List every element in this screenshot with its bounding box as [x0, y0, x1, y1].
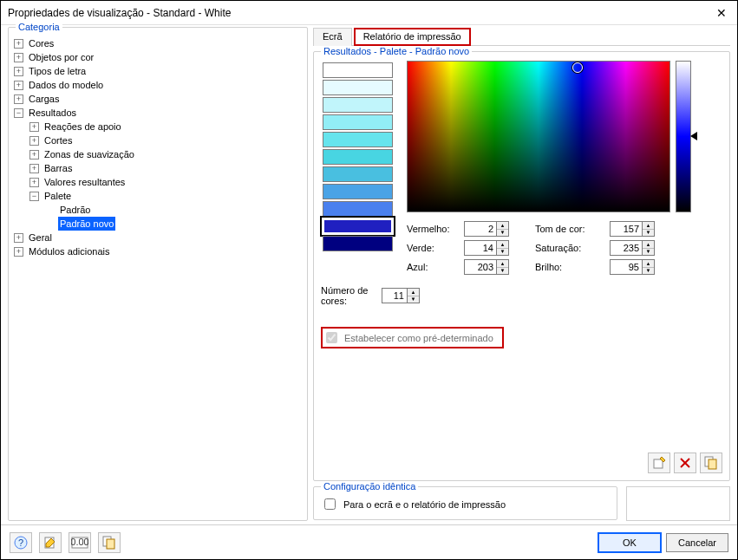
delete-palette-button[interactable]: [674, 453, 696, 473]
tree-item-zonas[interactable]: Zonas de suavização: [42, 147, 136, 161]
color-field[interactable]: [407, 61, 670, 212]
spin-down-icon[interactable]: ▼: [408, 296, 419, 303]
palette-group: Resultados - Palete - Padrão novo: [313, 51, 730, 481]
spin-down-icon[interactable]: ▼: [643, 249, 654, 256]
category-panel: Categoria +Cores +Objetos por cor +Tipos…: [8, 27, 308, 521]
palette-swatch[interactable]: [323, 97, 393, 113]
tab-relatorio[interactable]: Relatório de impressão: [354, 28, 471, 46]
palette-swatch[interactable]: [323, 114, 393, 130]
close-icon[interactable]: ✕: [713, 6, 730, 20]
tree-item-cortes[interactable]: Cortes: [42, 133, 74, 147]
input-val[interactable]: ▲▼: [610, 259, 655, 275]
units-button[interactable]: 0.00: [69, 532, 91, 553]
import-button[interactable]: [98, 532, 121, 553]
spin-up-icon[interactable]: ▲: [497, 260, 508, 268]
units-icon: 0.00: [71, 537, 88, 549]
tree-item-resultados[interactable]: Resultados: [27, 106, 78, 120]
label-sat: Saturação:: [535, 243, 604, 253]
expand-icon[interactable]: +: [29, 164, 39, 173]
palette-swatch[interactable]: [323, 132, 393, 147]
spin-down-icon[interactable]: ▼: [497, 249, 508, 256]
tree-item-modulos[interactable]: Módulos adicionais: [27, 244, 112, 258]
expand-icon[interactable]: +: [14, 53, 23, 62]
label-blue: Azul:: [407, 262, 459, 272]
copy-palette-button[interactable]: [700, 453, 722, 473]
svg-text:?: ?: [18, 537, 23, 548]
spin-down-icon[interactable]: ▼: [497, 268, 508, 275]
expand-icon[interactable]: +: [14, 233, 23, 243]
collapse-icon[interactable]: −: [14, 108, 23, 118]
tree-item-padrao[interactable]: Padrão: [58, 203, 92, 217]
expand-icon[interactable]: +: [29, 150, 39, 160]
import-icon: [102, 536, 116, 550]
spin-up-icon[interactable]: ▲: [643, 222, 654, 230]
tree-item-tipos[interactable]: Tipos de letra: [27, 64, 88, 78]
tree-item-geral[interactable]: Geral: [27, 231, 54, 244]
input-sat[interactable]: ▲▼: [610, 240, 655, 256]
tree-item-reacoes[interactable]: Reações de apoio: [42, 120, 123, 133]
same-config-checkbox[interactable]: [324, 498, 336, 510]
palette-swatch[interactable]: [323, 149, 393, 165]
window-title: Propriedades de visualização - Standard …: [8, 7, 231, 19]
input-red[interactable]: ▲▼: [464, 221, 509, 237]
input-green[interactable]: ▲▼: [464, 240, 509, 256]
palette-swatch[interactable]: [323, 62, 393, 78]
cancel-button[interactable]: Cancelar: [666, 533, 728, 552]
tree-item-cores[interactable]: Cores: [27, 36, 56, 50]
spin-down-icon[interactable]: ▼: [497, 230, 508, 237]
tree-item-valores[interactable]: Valores resultantes: [42, 175, 127, 189]
input-numcolors[interactable]: ▲▼: [382, 288, 420, 303]
spin-down-icon[interactable]: ▼: [643, 268, 654, 275]
config-legend: Configuração idêntica: [321, 481, 418, 492]
edit-button[interactable]: [39, 532, 62, 553]
color-cursor-icon: [572, 62, 583, 73]
palette-swatch[interactable]: [323, 184, 393, 199]
ok-button[interactable]: OK: [598, 533, 661, 552]
expand-icon[interactable]: +: [14, 39, 23, 49]
help-icon: ?: [14, 536, 28, 550]
palette-swatch[interactable]: [323, 236, 393, 251]
label-green: Verde:: [407, 243, 459, 253]
expand-icon[interactable]: +: [29, 136, 39, 146]
palette-legend: Resultados - Palete - Padrão novo: [321, 46, 472, 56]
expand-icon[interactable]: +: [14, 94, 23, 104]
help-button[interactable]: ?: [10, 532, 32, 553]
palette-swatch[interactable]: [323, 201, 393, 217]
preset-label: Estabelecer como pré-determinado: [344, 333, 493, 343]
input-hue[interactable]: ▲▼: [610, 221, 655, 237]
spin-up-icon[interactable]: ▲: [643, 260, 654, 268]
collapse-icon[interactable]: −: [29, 192, 39, 201]
expand-icon[interactable]: +: [14, 67, 23, 76]
tree-item-dados[interactable]: Dados do modelo: [27, 78, 105, 92]
label-hue: Tom de cor:: [535, 224, 604, 234]
tree-item-padrao-novo[interactable]: Padrão novo: [58, 217, 115, 231]
tab-ecra[interactable]: Ecrã: [313, 28, 352, 46]
spin-down-icon[interactable]: ▼: [643, 230, 654, 237]
expand-icon[interactable]: +: [29, 122, 39, 132]
tree-item-objetos[interactable]: Objetos por cor: [27, 50, 95, 64]
preset-checkbox[interactable]: [326, 332, 337, 343]
expand-icon[interactable]: +: [29, 178, 39, 187]
spin-up-icon[interactable]: ▲: [408, 289, 419, 296]
label-red: Vermelho:: [407, 224, 459, 234]
expand-icon[interactable]: +: [14, 81, 23, 90]
same-config-label: Para o ecrã e o relatório de impressão: [343, 499, 506, 510]
spin-up-icon[interactable]: ▲: [497, 222, 508, 230]
spin-up-icon[interactable]: ▲: [497, 241, 508, 249]
preset-checkbox-row[interactable]: Estabelecer como pré-determinado: [321, 327, 504, 348]
spin-up-icon[interactable]: ▲: [643, 241, 654, 249]
category-tree[interactable]: +Cores +Objetos por cor +Tipos de letra …: [12, 33, 304, 262]
expand-icon[interactable]: +: [14, 247, 23, 257]
tree-item-cargas[interactable]: Cargas: [27, 92, 61, 106]
tree-item-barras[interactable]: Barras: [42, 161, 74, 175]
palette-swatch[interactable]: [323, 80, 393, 95]
preview-box: [626, 486, 730, 521]
new-palette-button[interactable]: [648, 453, 670, 473]
category-legend: Categoria: [16, 22, 62, 32]
palette-swatch[interactable]: [323, 166, 393, 182]
brightness-bar[interactable]: [676, 61, 691, 212]
tree-item-palete[interactable]: Palete: [42, 189, 73, 203]
brightness-marker-icon: [690, 132, 697, 140]
input-blue[interactable]: ▲▼: [464, 259, 509, 275]
palette-swatch[interactable]: [323, 218, 393, 234]
